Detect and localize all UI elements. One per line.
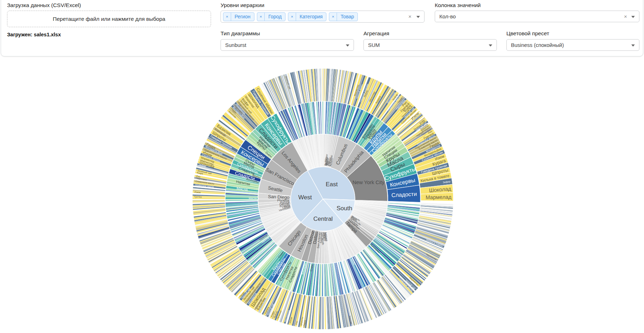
svg-text:New York City: New York City <box>353 180 385 185</box>
svg-text:Изюм: Изюм <box>194 191 201 194</box>
svg-text:West: West <box>298 194 312 201</box>
svg-text:Мармелад: Мармелад <box>426 194 452 200</box>
svg-text:Масла: Масла <box>249 197 257 200</box>
svg-text:South: South <box>337 205 352 212</box>
svg-text:San Diego: San Diego <box>268 194 289 200</box>
svg-text:East: East <box>326 181 338 188</box>
svg-text:Central: Central <box>313 216 333 222</box>
